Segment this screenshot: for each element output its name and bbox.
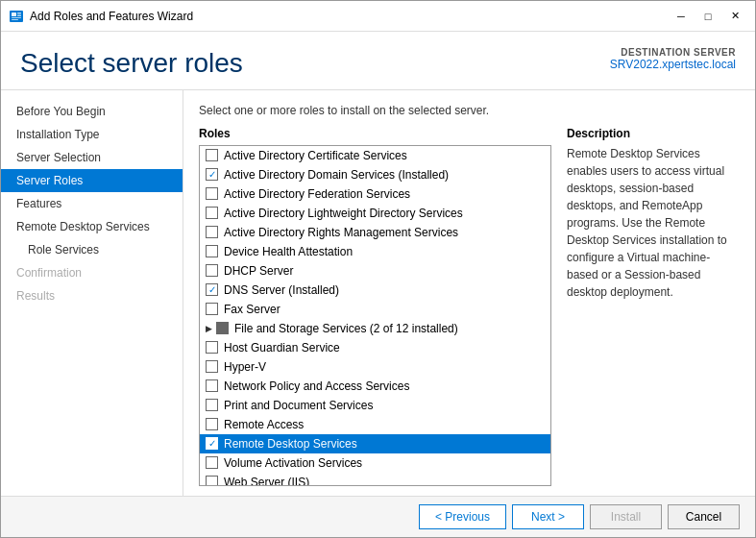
role-checkbox-15[interactable] (206, 418, 218, 430)
wizard-content: Select one or more roles to install on t… (183, 90, 755, 496)
role-item-11[interactable]: Host Guardian Service (200, 338, 550, 357)
sidebar-item-remote-desktop-services[interactable]: Remote Desktop Services (1, 215, 183, 238)
role-checkbox-16[interactable] (206, 437, 218, 450)
role-label-16: Remote Desktop Services (224, 437, 357, 451)
svg-rect-1 (12, 12, 16, 16)
role-checkbox-12[interactable] (206, 360, 218, 373)
role-checkbox-18[interactable] (206, 476, 218, 486)
role-label-2: Active Directory Domain Services (Instal… (224, 168, 449, 182)
role-label-12: Hyper-V (224, 360, 266, 374)
next-button[interactable]: Next > (512, 504, 584, 529)
maximize-button[interactable]: □ (695, 8, 720, 25)
page-title: Select server roles (20, 47, 243, 80)
role-checkbox-5[interactable] (206, 226, 218, 238)
role-label-4: Active Directory Lightweight Directory S… (224, 207, 463, 220)
role-item-4[interactable]: Active Directory Lightweight Directory S… (200, 204, 550, 223)
role-checkbox-3[interactable] (206, 187, 218, 200)
close-button[interactable]: ✕ (722, 8, 747, 25)
role-item-10[interactable]: ▶ File and Storage Services (2 of 12 ins… (200, 319, 550, 338)
role-label-8: DNS Server (Installed) (224, 283, 339, 297)
role-item-12[interactable]: Hyper-V (200, 357, 550, 377)
sidebar-item-confirmation: Confirmation (1, 261, 183, 284)
roles-listbox[interactable]: Active Directory Certificate Services Ac… (199, 145, 551, 486)
server-name: SRV2022.xpertstec.local (610, 58, 736, 71)
main-window: Add Roles and Features Wizard ─ □ ✕ Sele… (0, 0, 756, 538)
role-item-8[interactable]: DNS Server (Installed) (200, 281, 550, 300)
role-label-14: Print and Document Services (224, 399, 373, 412)
role-item-6[interactable]: Device Health Attestation (200, 242, 550, 261)
role-item-18[interactable]: Web Server (IIS) (200, 473, 550, 486)
role-label-3: Active Directory Federation Services (224, 187, 410, 201)
wizard-footer: < Previous Next > Install Cancel (1, 496, 755, 537)
svg-rect-0 (10, 11, 23, 22)
role-checkbox-1[interactable] (206, 149, 218, 161)
wizard-header: Select server roles DESTINATION SERVER S… (1, 32, 755, 90)
sidebar-item-installation-type[interactable]: Installation Type (1, 123, 183, 146)
sidebar-item-results: Results (1, 284, 183, 307)
role-label-9: Fax Server (224, 303, 280, 316)
role-item-1[interactable]: Active Directory Certificate Services (200, 146, 550, 165)
role-checkbox-6[interactable] (206, 245, 218, 257)
role-checkbox-7[interactable] (206, 264, 218, 277)
sidebar-item-server-roles[interactable]: Server Roles (1, 169, 183, 192)
role-checkbox-9[interactable] (206, 303, 218, 315)
role-checkbox-17[interactable] (206, 456, 218, 469)
role-label-15: Remote Access (224, 418, 304, 431)
cancel-button[interactable]: Cancel (668, 504, 740, 529)
previous-button[interactable]: < Previous (419, 504, 506, 529)
role-checkbox-8[interactable] (206, 283, 218, 296)
content-columns: Roles Active Directory Certificate Servi… (199, 127, 740, 486)
roles-label: Roles (199, 127, 551, 140)
role-item-7[interactable]: DHCP Server (200, 261, 550, 281)
wizard-body: Before You Begin Installation Type Serve… (1, 90, 755, 496)
role-item-15[interactable]: Remote Access (200, 415, 550, 434)
role-label-17: Volume Activation Services (224, 456, 362, 470)
role-item-3[interactable]: Active Directory Federation Services (200, 184, 550, 204)
role-item-16[interactable]: Remote Desktop Services (200, 434, 550, 453)
role-checkbox-13[interactable] (206, 379, 218, 392)
role-checkbox-11[interactable] (206, 341, 218, 354)
role-label-10: File and Storage Services (2 of 12 insta… (234, 322, 458, 335)
roles-section: Roles Active Directory Certificate Servi… (199, 127, 551, 486)
role-item-5[interactable]: Active Directory Rights Management Servi… (200, 223, 550, 242)
minimize-button[interactable]: ─ (669, 8, 694, 25)
title-bar-text: Add Roles and Features Wizard (30, 10, 669, 23)
role-checkbox-10[interactable] (216, 322, 229, 334)
sidebar-item-features[interactable]: Features (1, 192, 183, 215)
description-text: Remote Desktop Services enables users to… (567, 145, 740, 301)
destination-server-label: DESTINATION SERVER (610, 47, 736, 58)
role-item-13[interactable]: Network Policy and Access Services (200, 377, 550, 396)
role-item-2[interactable]: Active Directory Domain Services (Instal… (200, 165, 550, 184)
title-bar: Add Roles and Features Wizard ─ □ ✕ (1, 1, 755, 32)
role-label-1: Active Directory Certificate Services (224, 149, 407, 162)
role-label-18: Web Server (IIS) (224, 476, 309, 486)
svg-rect-5 (12, 19, 18, 20)
title-bar-controls: ─ □ ✕ (669, 8, 747, 25)
role-item-9[interactable]: Fax Server (200, 300, 550, 319)
svg-rect-3 (17, 14, 21, 16)
expand-icon-10: ▶ (206, 324, 212, 333)
role-label-11: Host Guardian Service (224, 341, 340, 355)
role-label-7: DHCP Server (224, 264, 293, 278)
role-label-5: Active Directory Rights Management Servi… (224, 226, 458, 239)
destination-server-info: DESTINATION SERVER SRV2022.xpertstec.loc… (610, 47, 736, 71)
description-label: Description (567, 127, 740, 140)
role-checkbox-14[interactable] (206, 399, 218, 411)
sidebar-item-server-selection[interactable]: Server Selection (1, 146, 183, 169)
wizard-sidebar: Before You Begin Installation Type Serve… (1, 90, 183, 496)
svg-rect-4 (12, 17, 21, 18)
role-label-6: Device Health Attestation (224, 245, 353, 258)
role-item-17[interactable]: Volume Activation Services (200, 453, 550, 473)
role-label-13: Network Policy and Access Services (224, 379, 409, 393)
role-checkbox-2[interactable] (206, 168, 218, 181)
sidebar-item-role-services[interactable]: Role Services (1, 238, 183, 261)
app-icon (9, 9, 24, 24)
install-button[interactable]: Install (590, 504, 662, 529)
description-section: Description Remote Desktop Services enab… (567, 127, 740, 486)
sidebar-item-before-you-begin[interactable]: Before You Begin (1, 100, 183, 123)
svg-rect-2 (17, 12, 21, 14)
role-checkbox-4[interactable] (206, 207, 218, 219)
role-item-14[interactable]: Print and Document Services (200, 396, 550, 415)
content-description: Select one or more roles to install on t… (199, 104, 740, 117)
